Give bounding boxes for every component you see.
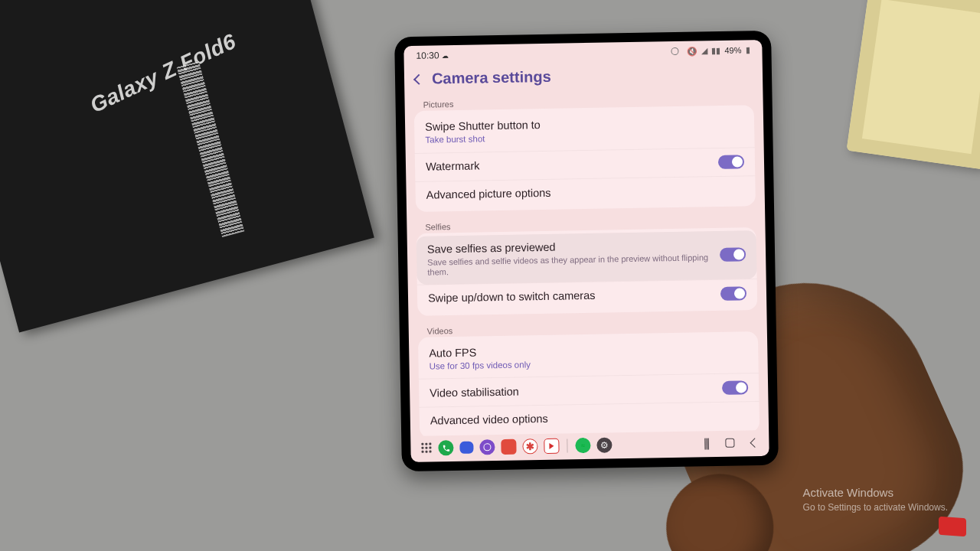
nav-recents-button[interactable]: ||| bbox=[704, 436, 709, 450]
section-card-selfies: Save selfies as previewed Save selfies a… bbox=[416, 227, 758, 315]
dock-app-spotify[interactable]: ≈ bbox=[575, 438, 590, 453]
dock-app-youtube[interactable] bbox=[544, 439, 559, 454]
dock-app-4[interactable] bbox=[501, 439, 516, 455]
dock-app-phone[interactable] bbox=[438, 440, 453, 455]
windows-activation-watermark: Activate Windows Go to Settings to activ… bbox=[803, 486, 948, 513]
section-card-videos: Auto FPS Use for 30 fps videos only Vide… bbox=[418, 331, 760, 436]
battery-icon: ▮ bbox=[745, 45, 750, 55]
play-icon bbox=[549, 443, 554, 449]
watermark-title: Activate Windows bbox=[803, 486, 948, 499]
tablet-device: 10:30 ☁ 🔇 ◢ ▮▮ 49% ▮ Camera settings Pic… bbox=[394, 31, 779, 472]
toggle-watermark[interactable] bbox=[718, 155, 744, 169]
row-advanced-picture-options[interactable]: Advanced picture options bbox=[415, 175, 756, 209]
nav-bar: ✱ ≈ ⚙ ||| bbox=[410, 430, 769, 462]
row-title: Swipe up/down to switch cameras bbox=[428, 287, 713, 305]
app-dock: ✱ ≈ ⚙ bbox=[421, 437, 612, 455]
globe-icon bbox=[483, 443, 491, 451]
toy-prop bbox=[847, 0, 980, 169]
nav-back-button[interactable] bbox=[750, 438, 760, 448]
row-title: Watermark bbox=[426, 155, 710, 174]
row-title: Video stabilisation bbox=[430, 382, 714, 400]
row-title: Advanced picture options bbox=[426, 183, 745, 202]
phone-icon bbox=[442, 444, 450, 452]
toggle-video-stabilisation[interactable] bbox=[722, 381, 748, 396]
nav-home-button[interactable] bbox=[725, 439, 734, 448]
dock-app-messages[interactable] bbox=[459, 442, 473, 454]
row-swipe-shutter[interactable]: Swipe Shutter button to Take burst shot bbox=[414, 108, 755, 152]
asterisk-icon: ✱ bbox=[526, 441, 534, 452]
spotify-icon: ≈ bbox=[581, 442, 585, 449]
signal-icon: ▮▮ bbox=[711, 45, 720, 55]
gear-icon: ⚙ bbox=[600, 440, 609, 451]
dock-app-5[interactable]: ✱ bbox=[522, 439, 537, 454]
app-drawer-icon[interactable] bbox=[421, 443, 432, 454]
toggle-swipe-cameras[interactable] bbox=[720, 286, 746, 301]
page-title: Camera settings bbox=[432, 68, 551, 88]
wifi-icon: ◢ bbox=[701, 46, 707, 56]
back-button[interactable] bbox=[413, 73, 424, 84]
section-card-pictures: Swipe Shutter button to Take burst shot … bbox=[414, 105, 756, 212]
row-save-selfies-previewed[interactable]: Save selfies as previewed Save selfies a… bbox=[416, 230, 757, 284]
row-advanced-video-options[interactable]: Advanced video options bbox=[420, 401, 760, 435]
row-subtitle: Save selfies and selfie videos as they a… bbox=[427, 253, 712, 278]
row-swipe-switch-cameras[interactable]: Swipe up/down to switch cameras bbox=[417, 279, 758, 313]
battery-text: 49% bbox=[724, 45, 741, 54]
toggle-save-selfies-previewed[interactable] bbox=[720, 248, 746, 262]
channel-badge bbox=[939, 517, 966, 537]
camera-cutout-icon bbox=[671, 47, 678, 55]
row-auto-fps[interactable]: Auto FPS Use for 30 fps videos only bbox=[418, 334, 759, 379]
row-title: Advanced video options bbox=[430, 409, 749, 429]
settings-list[interactable]: Pictures Swipe Shutter button to Take bu… bbox=[404, 90, 769, 436]
system-nav: ||| bbox=[704, 435, 759, 450]
mute-icon: 🔇 bbox=[687, 46, 697, 56]
status-icons: 🔇 ◢ ▮▮ 49% ▮ bbox=[671, 45, 750, 57]
dock-separator bbox=[567, 439, 567, 452]
screen: 10:30 ☁ 🔇 ◢ ▮▮ 49% ▮ Camera settings Pic… bbox=[403, 40, 769, 462]
dock-app-settings[interactable]: ⚙ bbox=[596, 437, 612, 452]
watermark-sub: Go to Settings to activate Windows. bbox=[803, 502, 948, 513]
status-time: 10:30 ☁ bbox=[416, 50, 449, 61]
dock-app-browser[interactable] bbox=[479, 439, 495, 455]
